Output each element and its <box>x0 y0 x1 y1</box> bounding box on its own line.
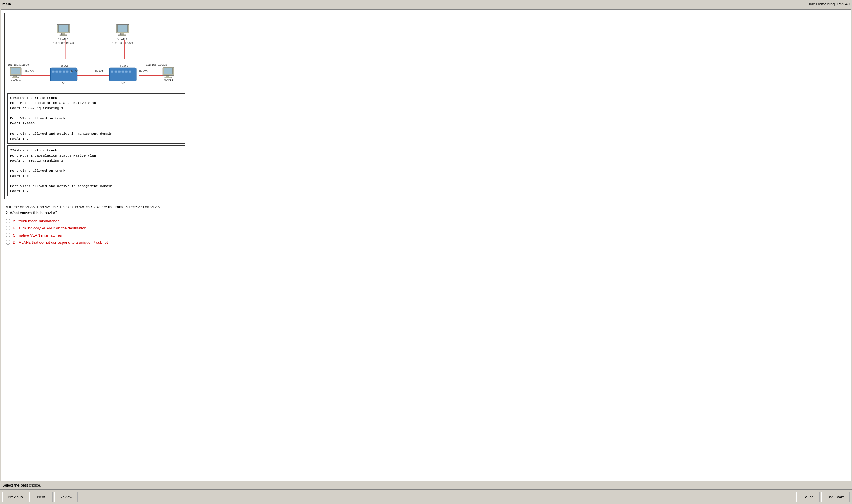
svg-rect-32 <box>66 71 68 73</box>
radio-a[interactable] <box>6 218 11 223</box>
svg-rect-8 <box>59 35 67 36</box>
svg-rect-39 <box>122 71 124 73</box>
svg-rect-38 <box>118 71 121 73</box>
label-d: D. VLANs that do not correspond to a uni… <box>13 240 108 245</box>
s1-section2-header: Port Vlans allowed and active in managem… <box>10 131 182 136</box>
svg-rect-18 <box>11 68 20 74</box>
svg-text:Fa 0/1: Fa 0/1 <box>70 70 79 73</box>
svg-text:Fa 0/2: Fa 0/2 <box>120 64 128 67</box>
s1-section1-header: Port Vlans allowed on trunk <box>10 116 182 121</box>
topology-svg: VLAN 2 192.168.2.190/28 VLAN 2 192.168.2… <box>5 13 188 93</box>
choice-a[interactable]: A. trunk mode mismatches <box>6 218 846 223</box>
s2-section2-header: Port Vlans allowed and active in managem… <box>10 184 182 188</box>
svg-text:192.168.2.190/28: 192.168.2.190/28 <box>53 41 74 44</box>
svg-text:VLAN 1: VLAN 1 <box>163 78 174 81</box>
svg-text:VLAN 2: VLAN 2 <box>118 38 128 41</box>
choice-b[interactable]: B. allowing only VLAN 2 on the destinati… <box>6 226 846 230</box>
s2-section1-row: Fa0/1 1-1005 <box>10 174 182 179</box>
label-c: C. native VLAN mismatches <box>13 233 61 237</box>
topology-area: VLAN 2 192.168.2.190/28 VLAN 2 192.168.2… <box>5 13 188 93</box>
s2-console: S2#show interface trunk Port Mode Encaps… <box>7 145 185 196</box>
svg-text:192.168.1.82/29: 192.168.1.82/29 <box>8 63 29 66</box>
choice-d[interactable]: D. VLANs that do not correspond to a uni… <box>6 240 846 245</box>
svg-text:VLAN 1: VLAN 1 <box>11 78 21 81</box>
s1-section1-row: Fa0/1 1-1005 <box>10 121 182 126</box>
svg-rect-29 <box>55 71 58 73</box>
svg-rect-35 <box>110 68 136 81</box>
svg-rect-37 <box>114 71 117 73</box>
svg-text:Fa 0/2: Fa 0/2 <box>59 64 68 67</box>
status-bar: Select the best choice. <box>0 481 852 489</box>
svg-rect-40 <box>125 71 128 73</box>
title-bar: Mark Time Remaining: 1:59:40 <box>0 0 852 8</box>
svg-rect-24 <box>166 75 169 77</box>
svg-text:192.168.2.172/28: 192.168.2.172/28 <box>112 41 133 44</box>
end-exam-button[interactable]: End Exam <box>821 491 850 502</box>
svg-rect-12 <box>118 25 128 32</box>
svg-rect-41 <box>129 71 131 73</box>
s1-row1: Fa0/1 on 802.1q trunking 1 <box>10 106 182 111</box>
label-b: B. allowing only VLAN 2 on the destinati… <box>13 226 87 230</box>
svg-rect-28 <box>52 71 54 73</box>
s2-section1-header: Port Vlans allowed on trunk <box>10 168 182 173</box>
s2-headers: Port Mode Encapsulation Status Native vl… <box>10 153 182 158</box>
svg-rect-31 <box>63 71 65 73</box>
question-text: A frame on VLAN 1 on switch S1 is sent t… <box>6 204 846 216</box>
s1-console: S1#show interface trunk Port Mode Encaps… <box>7 93 185 144</box>
button-bar: Previous Next Review Pause End Exam <box>0 489 852 504</box>
radio-b[interactable] <box>6 226 11 230</box>
s1-headers: Port Mode Encapsulation Status Native vl… <box>10 101 182 105</box>
question-area: A frame on VLAN 1 on switch S1 is sent t… <box>4 204 848 245</box>
main-content-area: VLAN 2 192.168.2.190/28 VLAN 2 192.168.2… <box>1 10 851 488</box>
svg-rect-23 <box>163 68 173 74</box>
svg-rect-14 <box>119 35 126 36</box>
svg-text:VLAN 2: VLAN 2 <box>58 38 69 41</box>
svg-rect-36 <box>111 71 113 73</box>
svg-text:S1: S1 <box>62 81 66 85</box>
next-button[interactable]: Next <box>29 491 53 502</box>
s1-command: S1#show interface trunk <box>10 95 182 101</box>
pause-button[interactable]: Pause <box>796 491 820 502</box>
label-a: A. trunk mode mismatches <box>13 219 59 223</box>
s1-section2-row: Fa0/1 1,2 <box>10 136 182 141</box>
s2-command: S2#show interface trunk <box>10 148 182 153</box>
svg-rect-6 <box>58 25 68 32</box>
svg-rect-19 <box>14 75 17 77</box>
time-remaining: Time Remaining: 1:59:40 <box>807 2 850 6</box>
review-button[interactable]: Review <box>54 491 78 502</box>
status-text: Select the best choice. <box>2 483 41 487</box>
svg-text:S2: S2 <box>121 81 125 85</box>
svg-text:Fa 0/3: Fa 0/3 <box>25 70 34 73</box>
window-title: Mark <box>2 2 11 6</box>
network-diagram: VLAN 2 192.168.2.190/28 VLAN 2 192.168.2… <box>4 13 188 199</box>
s2-section2-row: Fa0/1 1,2 <box>10 188 182 194</box>
previous-button[interactable]: Previous <box>2 491 28 502</box>
s2-row1: Fa0/1 on 802.1q trunking 2 <box>10 158 182 163</box>
svg-text:192.168.1.86/29: 192.168.1.86/29 <box>146 63 167 66</box>
svg-rect-30 <box>59 71 61 73</box>
radio-d[interactable] <box>6 240 11 245</box>
radio-c[interactable] <box>6 233 11 237</box>
svg-text:Fa 0/1: Fa 0/1 <box>95 70 103 73</box>
choice-c[interactable]: C. native VLAN mismatches <box>6 233 846 237</box>
svg-text:Fa 0/3: Fa 0/3 <box>139 70 148 73</box>
